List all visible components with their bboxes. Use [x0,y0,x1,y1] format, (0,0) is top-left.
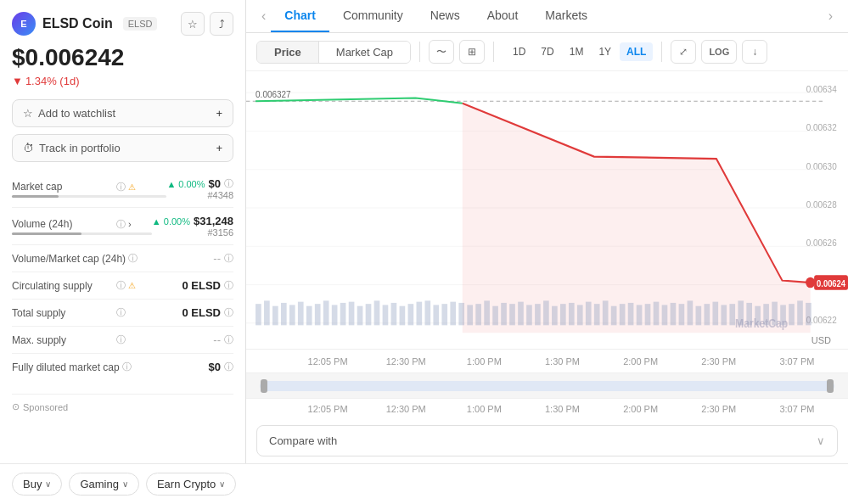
market-cap-type-button[interactable]: Market Cap [319,42,410,63]
fullscreen-icon-btn[interactable]: ⤢ [671,40,696,64]
x-label-6: 2:30 PM [680,356,758,367]
svg-rect-83 [789,304,795,325]
total-supply-value-info[interactable]: ⓘ [224,306,233,319]
svg-rect-76 [729,304,735,325]
svg-rect-29 [332,305,338,325]
svg-rect-54 [543,300,549,325]
chart-svg: 0.00634 0.00632 0.00630 0.00628 0.00626 … [246,71,848,349]
download-icon-btn[interactable]: ↓ [742,40,767,64]
svg-rect-66 [645,304,651,325]
coin-header: E ELSD Coin ELSD ☆ ⤴ [12,12,233,36]
range-label-2: 12:30 PM [367,404,445,414]
tab-prev-button[interactable]: ‹ [256,0,271,32]
market-cap-label: Market cap [12,181,114,193]
svg-rect-27 [315,304,321,325]
add-watchlist-button[interactable]: ☆ Add to watchlist + [12,99,233,127]
svg-rect-52 [526,305,532,325]
time-all-button[interactable]: ALL [620,42,653,61]
volume-bar [12,232,152,235]
coin-name: ELSD Coin [42,16,113,31]
svg-rect-23 [281,303,287,325]
svg-text:0.006327: 0.006327 [256,89,291,100]
svg-rect-43 [450,302,456,326]
tab-chart[interactable]: Chart [271,0,329,32]
compare-label: Compare with [269,434,337,447]
market-cap-bar-fill [12,195,59,198]
gaming-dropdown-button[interactable]: Gaming ∨ [69,473,139,496]
volume-change: ▲ 0.00% [152,216,190,227]
circ-supply-value-info[interactable]: ⓘ [224,279,233,292]
portfolio-plus-icon: + [216,142,222,154]
range-track[interactable] [260,381,834,391]
svg-rect-42 [441,304,447,325]
svg-rect-84 [797,300,803,325]
circ-supply-info-icon[interactable]: ⓘ [116,279,126,292]
chart-area: 0.00634 0.00632 0.00630 0.00628 0.00626 … [246,71,848,463]
svg-rect-26 [306,306,312,326]
candle-chart-icon-btn[interactable]: ⊞ [459,40,485,64]
svg-rect-28 [323,300,329,325]
chart-x-axis: 12:05 PM 12:30 PM 1:00 PM 1:30 PM 2:00 P… [246,349,848,372]
tab-next-button[interactable]: › [823,0,838,32]
left-panel: E ELSD Coin ELSD ☆ ⤴ $0.006242 ▼ 1.34% (… [0,0,246,463]
time-1d-button[interactable]: 1D [506,42,532,61]
volume-label: Volume (24h) [12,218,114,230]
earn-crypto-dropdown-button[interactable]: Earn Crypto ∨ [146,473,236,496]
total-supply-info-icon[interactable]: ⓘ [116,306,126,319]
svg-rect-64 [628,303,634,325]
time-1y-button[interactable]: 1Y [592,42,618,61]
range-label-7: 3:07 PM [758,404,836,414]
svg-rect-31 [349,302,355,326]
circ-supply-label: Circulating supply [12,280,114,292]
market-cap-value-info[interactable]: ⓘ [224,177,233,190]
volume-info-icon[interactable]: ⓘ [116,218,126,231]
total-supply-value: 0 ELSD [182,306,221,319]
svg-rect-71 [688,300,694,325]
fully-diluted-info-icon[interactable]: ⓘ [122,361,132,373]
max-supply-row: Max. supply ⓘ -- ⓘ [12,333,233,354]
watchlist-label: Add to watchlist [38,107,115,120]
market-cap-info-icon[interactable]: ⓘ [116,181,126,193]
tab-markets[interactable]: Markets [531,0,601,32]
separator-3 [661,42,662,62]
range-slider [246,372,848,398]
tab-news[interactable]: News [417,0,474,32]
volume-mc-info-icon[interactable]: ⓘ [128,252,138,265]
volume-mc-value-info[interactable]: ⓘ [224,252,233,265]
line-chart-icon-btn[interactable]: 〜 [429,40,454,64]
track-portfolio-button[interactable]: ⏱ Track in portfolio + [12,134,233,162]
fully-diluted-value-info[interactable]: ⓘ [224,361,233,373]
max-supply-value-info[interactable]: ⓘ [224,333,233,346]
svg-rect-57 [569,303,575,325]
max-supply-info-icon[interactable]: ⓘ [116,333,126,346]
volume-value: $31,248 [194,215,233,227]
x-label-2: 12:30 PM [367,356,445,367]
watchlist-plus-icon: + [216,107,222,120]
range-thumb-right[interactable] [827,379,834,393]
market-cap-rank: #4348 [166,190,233,200]
svg-rect-85 [806,303,811,325]
stats-section: Market cap ⓘ ⚠ ▲ 0.00% $0 ⓘ #4348 [12,177,233,387]
market-cap-change: ▲ 0.00% [166,179,205,189]
volume-mc-label: Volume/Market cap (24h) [12,253,126,265]
market-cap-value: $0 [209,177,221,190]
x-label-3: 1:00 PM [445,356,523,367]
market-cap-row: Market cap ⓘ ⚠ ▲ 0.00% $0 ⓘ #4348 [12,177,233,208]
share-icon-btn[interactable]: ⤴ [210,12,233,36]
svg-rect-58 [577,305,583,325]
compare-with-button[interactable]: Compare with ∨ [256,425,838,456]
range-thumb-left[interactable] [261,379,267,393]
watchlist-icon-btn[interactable]: ☆ [181,12,205,36]
buy-dropdown-button[interactable]: Buy ∨ [12,473,62,496]
time-1m-button[interactable]: 1M [563,42,591,61]
tab-community[interactable]: Community [329,0,417,32]
gaming-chevron-icon: ∨ [122,479,128,489]
log-button[interactable]: LOG [701,40,737,64]
svg-rect-33 [366,304,372,325]
svg-rect-48 [492,306,498,326]
time-7d-button[interactable]: 7D [534,42,560,61]
x-label-5: 2:00 PM [602,356,680,367]
tab-about[interactable]: About [474,0,532,32]
svg-text:MarketCap: MarketCap [735,316,788,330]
price-type-button[interactable]: Price [257,42,319,63]
